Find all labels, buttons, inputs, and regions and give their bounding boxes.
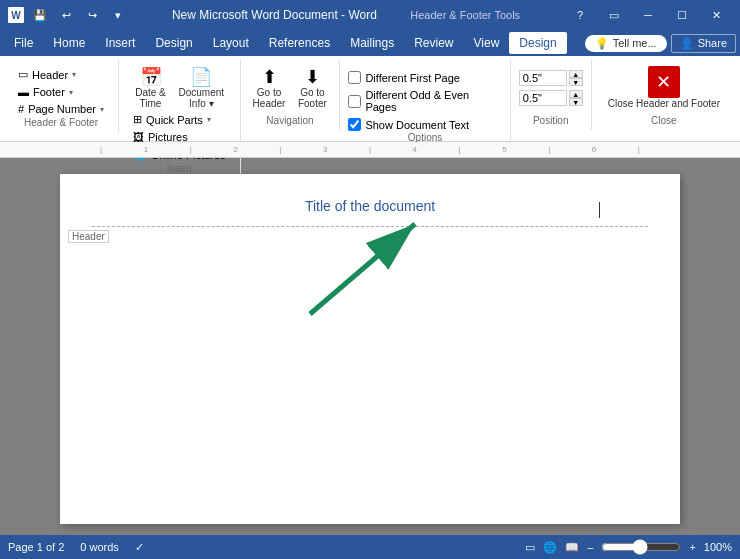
group-close-label: Close bbox=[651, 115, 677, 128]
tell-me-box[interactable]: 💡 Tell me... bbox=[585, 35, 667, 52]
menu-file[interactable]: File bbox=[4, 32, 43, 54]
different-odd-even-option[interactable]: Different Odd & Even Pages bbox=[348, 88, 501, 114]
page-number-button[interactable]: # Page Number ▾ bbox=[12, 101, 110, 117]
go-footer-icon: ⬇ bbox=[305, 68, 320, 86]
doc-info-icon: 📄 bbox=[190, 68, 212, 86]
annotation-arrow bbox=[280, 204, 440, 337]
group-position-label: Position bbox=[533, 115, 569, 128]
ribbon-group-position: ▲ ▼ ▲ ▼ Position bbox=[511, 60, 592, 130]
status-bar: Page 1 of 2 0 words ✓ ▭ 🌐 📖 – + 100% bbox=[0, 535, 740, 559]
help-button[interactable]: ? bbox=[564, 0, 596, 30]
undo-button[interactable]: ↩ bbox=[56, 5, 76, 25]
header-position-row: ▲ ▼ bbox=[519, 70, 583, 86]
close-header-footer-button[interactable]: ✕ Close Header and Footer bbox=[600, 62, 728, 113]
date-time-button[interactable]: 📅 Date &Time bbox=[131, 66, 171, 111]
customize-button[interactable]: ▾ bbox=[108, 5, 128, 25]
header-label: Header bbox=[32, 69, 68, 81]
quick-parts-dropdown: ▾ bbox=[207, 115, 211, 124]
different-odd-even-label: Different Odd & Even Pages bbox=[365, 89, 501, 113]
group-header-footer-label: Header & Footer bbox=[24, 117, 98, 130]
show-document-text-option[interactable]: Show Document Text bbox=[348, 117, 501, 132]
menu-review[interactable]: Review bbox=[404, 32, 463, 54]
show-document-text-checkbox[interactable] bbox=[348, 118, 361, 131]
different-first-page-option[interactable]: Different First Page bbox=[348, 70, 501, 85]
view-print-icon[interactable]: ▭ bbox=[525, 541, 535, 554]
header-spin-up[interactable]: ▲ bbox=[569, 70, 583, 78]
menu-design[interactable]: Design bbox=[145, 32, 202, 54]
hf-tools-label: Header & Footer Tools bbox=[410, 9, 520, 21]
close-header-footer-label: Close Header and Footer bbox=[608, 98, 720, 109]
menu-bar: File Home Insert Design Layout Reference… bbox=[0, 30, 740, 56]
ribbon-toggle[interactable]: ▭ bbox=[598, 0, 630, 30]
footer-dropdown-arrow: ▾ bbox=[69, 88, 73, 97]
zoom-slider[interactable] bbox=[601, 539, 681, 555]
go-to-footer-button[interactable]: ⬇ Go toFooter bbox=[293, 66, 331, 111]
ribbon-group-options: Different First Page Different Odd & Eve… bbox=[340, 60, 510, 147]
go-to-header-button[interactable]: ⬆ Go toHeader bbox=[249, 66, 290, 111]
group-navigation-label: Navigation bbox=[266, 115, 313, 128]
title-bar: W 💾 ↩ ↪ ▾ New Microsoft Word Document - … bbox=[0, 0, 740, 30]
document-page[interactable]: Title of the document Header bbox=[60, 174, 680, 524]
share-button[interactable]: 👤 Share bbox=[671, 34, 736, 53]
save-button[interactable]: 💾 bbox=[30, 5, 50, 25]
page-number-label: Page Number bbox=[28, 103, 96, 115]
footer-position-row: ▲ ▼ bbox=[519, 90, 583, 106]
header-dropdown-arrow: ▾ bbox=[72, 70, 76, 79]
quick-parts-label: Quick Parts bbox=[146, 114, 203, 126]
footer-position-input[interactable] bbox=[519, 90, 567, 106]
minimize-button[interactable]: ─ bbox=[632, 0, 664, 30]
restore-button[interactable]: ☐ bbox=[666, 0, 698, 30]
word-icon: W bbox=[8, 7, 24, 23]
ribbon-group-navigation: ⬆ Go toHeader ⬇ Go toFooter Navigation bbox=[241, 60, 341, 130]
menu-home[interactable]: Home bbox=[43, 32, 95, 54]
date-time-label: Date &Time bbox=[135, 87, 166, 109]
go-header-icon: ⬆ bbox=[262, 68, 277, 86]
show-document-text-label: Show Document Text bbox=[365, 119, 469, 131]
zoom-in-button[interactable]: + bbox=[689, 541, 695, 553]
ruler: |1|2|3|4|5|6| bbox=[0, 142, 740, 158]
different-first-page-checkbox[interactable] bbox=[348, 71, 361, 84]
title-bar-left: W 💾 ↩ ↪ ▾ bbox=[8, 5, 128, 25]
menu-references[interactable]: References bbox=[259, 32, 340, 54]
header-section-label: Header bbox=[68, 230, 109, 243]
go-to-footer-label: Go toFooter bbox=[298, 87, 327, 109]
redo-button[interactable]: ↪ bbox=[82, 5, 102, 25]
header-button[interactable]: ▭ Header ▾ bbox=[12, 66, 110, 83]
title-text: New Microsoft Word Document - Word bbox=[172, 8, 377, 22]
header-divider bbox=[92, 226, 648, 227]
header-position-input[interactable] bbox=[519, 70, 567, 86]
ribbon-group-header-footer: ▭ Header ▾ ▬ Footer ▾ # Page Number ▾ He… bbox=[4, 60, 119, 132]
document-info-label: DocumentInfo ▾ bbox=[179, 87, 225, 109]
window-controls: ? ▭ ─ ☐ ✕ bbox=[564, 0, 732, 30]
document-info-button[interactable]: 📄 DocumentInfo ▾ bbox=[175, 66, 229, 111]
go-to-header-label: Go toHeader bbox=[253, 87, 286, 109]
different-odd-even-checkbox[interactable] bbox=[348, 95, 361, 108]
view-web-icon[interactable]: 🌐 bbox=[543, 541, 557, 554]
footer-button[interactable]: ▬ Footer ▾ bbox=[12, 84, 110, 100]
cursor bbox=[599, 202, 600, 218]
menu-design-active[interactable]: Design bbox=[509, 32, 566, 54]
page-number-icon: # bbox=[18, 103, 24, 115]
ribbon: ▭ Header ▾ ▬ Footer ▾ # Page Number ▾ He… bbox=[0, 56, 740, 142]
footer-spin-up[interactable]: ▲ bbox=[569, 90, 583, 98]
svg-line-1 bbox=[310, 224, 415, 314]
menu-layout[interactable]: Layout bbox=[203, 32, 259, 54]
zoom-out-button[interactable]: – bbox=[587, 541, 593, 553]
quick-parts-button[interactable]: ⊞ Quick Parts ▾ bbox=[127, 111, 232, 128]
footer-position-spinner[interactable]: ▲ ▼ bbox=[569, 90, 583, 106]
menu-mailings[interactable]: Mailings bbox=[340, 32, 404, 54]
footer-spin-down[interactable]: ▼ bbox=[569, 98, 583, 106]
spelling-icon: ✓ bbox=[135, 541, 144, 554]
footer-icon: ▬ bbox=[18, 86, 29, 98]
menu-view[interactable]: View bbox=[464, 32, 510, 54]
different-first-page-label: Different First Page bbox=[365, 72, 460, 84]
document-title: Title of the document bbox=[92, 190, 648, 222]
header-position-spinner[interactable]: ▲ ▼ bbox=[569, 70, 583, 86]
close-button[interactable]: ✕ bbox=[700, 0, 732, 30]
ribbon-group-insert: 📅 Date &Time 📄 DocumentInfo ▾ ⊞ Quick Pa… bbox=[119, 60, 241, 178]
page-number-dropdown-arrow: ▾ bbox=[100, 105, 104, 114]
menu-insert[interactable]: Insert bbox=[95, 32, 145, 54]
header-spin-down[interactable]: ▼ bbox=[569, 78, 583, 86]
view-read-icon[interactable]: 📖 bbox=[565, 541, 579, 554]
zoom-level: 100% bbox=[704, 541, 732, 553]
